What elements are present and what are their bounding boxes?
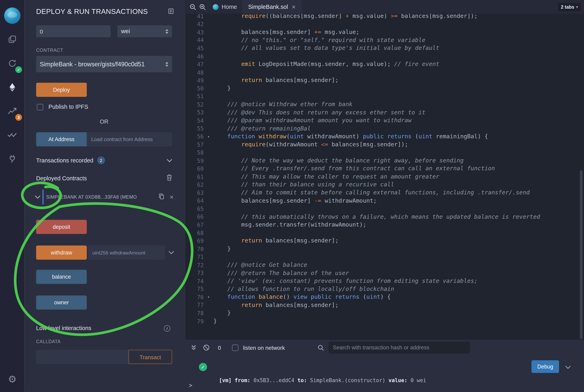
journal-icon[interactable] [168,8,174,16]
unit-select[interactable]: wei [117,25,172,37]
code-line[interactable]: require((balances[msg.sender] + msg.valu… [213,14,584,20]
code-line[interactable] [213,253,584,261]
code-line[interactable] [213,68,584,76]
code-line[interactable]: } [213,318,584,326]
collapse-chevron-icon[interactable] [35,194,40,200]
code-line[interactable]: /// @return remainingBal [213,125,584,133]
line-number: 75 [185,285,213,293]
line-number: 76▾ [185,293,213,301]
code-line[interactable]: /// @param withdrawAmount amount you wan… [213,116,584,125]
code-line[interactable]: // this automatically throws on a failur… [213,213,584,221]
stepper-icon[interactable] [163,29,168,34]
code-line[interactable]: require(withdrawAmount <= balances[msg.s… [213,141,584,149]
code-line[interactable]: balances[msg.sender] += msg.value; [213,28,584,36]
code-line[interactable]: msg.sender.transfer(withdrawAmount); [213,221,584,229]
collapse-terminal-icon[interactable] [189,344,199,351]
publish-ipfs-checkbox[interactable] [37,104,43,110]
code-line[interactable]: function balance() view public returns (… [213,293,584,301]
editor-scrollbar[interactable] [580,170,583,339]
code-line[interactable] [213,205,584,213]
trash-icon[interactable] [166,174,172,182]
solidity-compiler-icon[interactable]: ✓ [4,55,20,72]
copy-icon[interactable] [159,193,164,201]
contract-select[interactable]: SimpleBank - browser/gists/f490c0d51 [36,56,172,72]
code-line[interactable]: /// @return The balance of the user [213,269,584,277]
code-editor[interactable]: 41424344454647484950515253545556▾5758596… [185,14,584,339]
tab-home[interactable]: Home [207,0,242,14]
code-line[interactable]: /// @notice Withdraw ether from bank [213,100,584,108]
unit-test-icon[interactable] [4,127,20,143]
line-number: 77 [185,301,213,310]
code-line[interactable]: balances[msg.sender] -= withdrawAmount; [213,197,584,205]
editor-code[interactable]: require((balances[msg.sender] + msg.valu… [213,14,584,326]
at-address-button[interactable]: At Address [36,132,87,146]
code-line[interactable] [213,92,584,100]
transact-button[interactable]: Transact [128,350,172,364]
code-line[interactable]: // no "this." or "self." required with s… [213,36,584,44]
expand-log-chevron-icon[interactable] [565,364,571,371]
code-line[interactable]: } [213,310,584,318]
deploy-run-icon[interactable] [4,79,20,96]
terminal-prompt[interactable]: > [189,382,192,389]
code-line[interactable]: /// @dev This does not return any excess… [213,108,584,116]
clear-terminal-icon[interactable] [202,344,211,351]
code-line[interactable] [213,52,584,60]
deploy-button[interactable]: Deploy [36,82,87,97]
withdraw-button[interactable]: withdraw [36,246,87,260]
listen-network-label: listen on network [243,344,285,351]
terminal-toolbar: 0 listen on network [185,342,584,354]
settings-gear-icon[interactable]: ⚙ [8,374,17,385]
info-icon[interactable]: i [164,325,170,332]
line-number: 71 [185,253,213,261]
code-line[interactable]: // 'view' (ex: constant) prevents functi… [213,277,584,285]
transaction-log[interactable]: [vm] from: 0x5B3...eddC4 to: SimpleBank.… [219,360,426,392]
tabs-count-dropdown[interactable]: 2 tabs ▾ [558,3,581,11]
chevron-down-icon[interactable] [167,157,172,164]
owner-button[interactable]: owner [36,296,87,310]
expand-chevron-icon[interactable] [169,249,174,256]
code-line[interactable]: // Aim to commit state before calling ex… [213,189,584,197]
code-line[interactable]: // than their balance using a recursive … [213,181,584,189]
close-tab-icon[interactable]: × [292,4,295,10]
deposit-button[interactable]: deposit [36,220,87,234]
tab-home-label: Home [222,4,237,10]
zoom-in-icon[interactable] [198,4,207,10]
line-number: 63 [185,189,213,197]
code-line[interactable] [213,229,584,237]
code-line[interactable] [213,149,584,157]
code-line[interactable]: return balances[msg.sender]; [213,76,584,85]
code-line[interactable]: } [213,245,584,253]
code-line[interactable]: return balances[msg.sender]; [213,237,584,245]
code-line[interactable]: function withdraw(uint withdrawAmount) p… [213,133,584,141]
plugin-icon[interactable] [4,150,20,167]
tx-success-icon: ✓ [199,363,207,371]
analysis-icon[interactable]: 3 [4,103,20,120]
remix-logo[interactable] [4,8,20,24]
at-address-input[interactable] [87,132,172,146]
code-line[interactable]: emit LogDepositMade(msg.sender, msg.valu… [213,60,584,68]
deployed-contract-instance[interactable]: SIMPLEBANK AT 0XD8B...33FA8 (MEMO × [35,189,173,205]
code-line[interactable]: // all values set to data type's initial… [213,44,584,52]
code-line[interactable]: /// @notice Get balance [213,261,584,269]
debug-button[interactable]: Debug [532,360,559,373]
withdraw-amount-input[interactable] [88,246,165,260]
listen-network-checkbox[interactable] [232,344,239,351]
tab-simplebank[interactable]: SimpleBank.sol × [242,0,301,14]
zoom-out-icon[interactable] [188,4,198,10]
code-line[interactable]: // This may allow the caller to request … [213,173,584,181]
close-instance-icon[interactable]: × [170,194,173,200]
code-line[interactable]: // allows function to run locally/off bl… [213,285,584,293]
code-line[interactable] [213,20,584,28]
code-line[interactable]: } [213,85,584,93]
terminal-search-input[interactable] [329,342,470,354]
code-line[interactable]: // Every .transfer/.send from this contr… [213,165,584,173]
calldata-input[interactable] [36,350,129,364]
stepper-icon[interactable] [163,62,168,66]
code-line[interactable]: // Note the way we deduct the balance ri… [213,157,584,165]
line-number: 73 [185,269,213,277]
line-number: 53 [185,108,213,116]
file-explorer-icon[interactable] [4,31,20,48]
code-line[interactable]: return balances[msg.sender]; [213,301,584,310]
balance-button[interactable]: balance [36,270,87,284]
value-input[interactable] [36,25,111,37]
